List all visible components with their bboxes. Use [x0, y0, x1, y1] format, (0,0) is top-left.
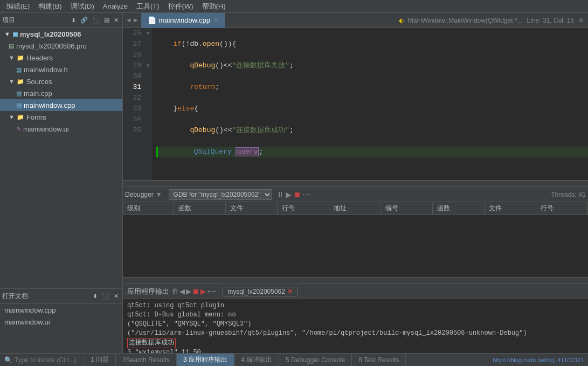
- open-doc-mainwindow-ui[interactable]: mainwindow.ui: [0, 316, 122, 328]
- sync-icon[interactable]: ⬛: [91, 16, 101, 25]
- line-num-28: 28: [126, 50, 141, 60]
- debugger-hscroll[interactable]: [123, 277, 588, 284]
- app-output-tab[interactable]: mysql_lx202005062 ✕: [223, 287, 298, 296]
- bottom-tabbar: 🔍 1 问题 2 Search Results 3 应用程序输出 4 编译输出 …: [0, 353, 588, 366]
- tree-item-headers[interactable]: ▼ 📁 Headers: [0, 52, 122, 64]
- mainwindow-h-label: mainwindow.h: [24, 66, 68, 74]
- tree-item-mainwindow-h[interactable]: ▤ mainwindow.h: [0, 64, 122, 75]
- right-panel: ◀ ▶ 📄 mainwindow.cpp ✕ ⬖ MainWindow::Mai…: [123, 13, 588, 353]
- debugger-stop-icon[interactable]: ⏹: [293, 190, 301, 199]
- bottom-tab-1-label: 1 问题: [91, 355, 109, 364]
- list-icon[interactable]: ▤: [102, 16, 111, 25]
- app-output-next-icon[interactable]: ▶: [186, 287, 191, 295]
- app-output-section: 应用程序输出 🗑 ◀ ▶ ⏹ ▶ + − mysql_lx202005062 ✕…: [123, 284, 588, 353]
- app-output-tab-close[interactable]: ✕: [287, 288, 293, 295]
- editor-hscroll[interactable]: [123, 180, 588, 187]
- menu-item-analyze[interactable]: Analyze: [99, 0, 132, 12]
- sources-folder-icon: 📁: [17, 78, 24, 85]
- project-panel-toolbar: 项目 ⬇ 🔗 ⬛ ▤ ✕: [0, 13, 122, 28]
- root-fold-icon: ▼: [4, 31, 10, 37]
- csdn-link-text: https://blog.csdn.net/qq_41102371: [493, 357, 584, 363]
- tree-item-sources[interactable]: ▼ 📁 Sources: [0, 75, 122, 87]
- line-num-33: 33: [126, 103, 141, 114]
- mainwindow-ui-label: mainwindow.ui: [23, 125, 69, 133]
- bottom-tab-search-results[interactable]: 2 Search Results: [116, 354, 177, 366]
- threads-label: Threads:: [551, 191, 576, 198]
- editor-tab-mainwindow-cpp[interactable]: 📄 mainwindow.cpp ✕: [141, 13, 225, 28]
- filter-icon[interactable]: ⬇: [70, 16, 78, 25]
- tab-icon: 📄: [148, 16, 156, 24]
- fold-29[interactable]: ▼: [144, 60, 152, 71]
- code-line-28: return;: [156, 82, 588, 93]
- debugger-title: Debugger: [125, 191, 154, 198]
- code-line-30: qDebug()<<"连接数据库成功";: [156, 125, 588, 136]
- position-info: Line: 31, Col: 15: [527, 17, 574, 24]
- output-line-6: 3 "wxiemysql" 11 50: [127, 348, 584, 353]
- menu-item-debug[interactable]: 调试(D): [66, 0, 99, 12]
- close-editor-icon[interactable]: ✕: [578, 17, 584, 24]
- app-output-clear-icon[interactable]: 🗑: [171, 287, 178, 295]
- tree-item-mainwindow-cpp[interactable]: ▤ mainwindow.cpp: [0, 99, 122, 111]
- close-panel-icon[interactable]: ✕: [112, 16, 120, 25]
- app-output-content: qt5ct: using qt5ct plugin qt5ct: D-Bus g…: [123, 299, 588, 353]
- mainwindow-cpp-label: mainwindow.cpp: [24, 101, 75, 109]
- bottom-tab-debugger-console[interactable]: 5 Debugger Console: [279, 354, 352, 366]
- menu-item-tools[interactable]: 工具(T): [132, 0, 164, 12]
- tree-item-forms[interactable]: ▼ 📁 Forms: [0, 111, 122, 123]
- line-numbers: 26 27 28 29 30 31 32 33 34 35: [123, 28, 144, 180]
- debugger-play-icon[interactable]: ▶: [286, 190, 292, 199]
- code-line-32: [156, 168, 588, 179]
- search-input[interactable]: [15, 356, 79, 364]
- bottom-tab-compile-output[interactable]: 4 编译输出: [234, 354, 279, 366]
- debugger-step-icon[interactable]: ⏸: [276, 190, 284, 199]
- mainwindow-cpp-icon: ▤: [16, 102, 22, 109]
- open-doc-mainwindow-cpp[interactable]: mainwindow.cpp: [0, 304, 122, 316]
- file-tree: ▼ ▣ mysql_lx20200506 ▤ mysql_lx20200506.…: [0, 28, 122, 288]
- editor-right-info: ⬖ MainWindow::MainWindow(QWidget *... Li…: [399, 17, 588, 24]
- open-docs-split-icon[interactable]: ⬛: [100, 292, 111, 301]
- open-docs-close-icon[interactable]: ✕: [112, 292, 120, 301]
- debugger-dropdown-arrow[interactable]: ▼: [156, 191, 162, 198]
- menu-item-controls[interactable]: 控件(W): [164, 0, 198, 12]
- bottom-tab-app-output[interactable]: 3 应用程序输出: [177, 354, 234, 366]
- debugger-more-icon[interactable]: ⋯: [302, 190, 310, 199]
- app-output-toolbar-icons: 🗑 ◀ ▶ ⏹ ▶ + −: [171, 287, 216, 295]
- app-output-minus-icon[interactable]: −: [212, 287, 217, 295]
- tree-item-mainwindow-ui[interactable]: ✎ mainwindow.ui: [0, 123, 122, 135]
- menu-item-build[interactable]: 构建(B): [34, 0, 66, 12]
- debugger-toolbar: Debugger ▼ GDB for "mysql_lx202005062" ⏸…: [123, 187, 588, 202]
- bottom-tab-8-label: 8 Test Results: [358, 356, 399, 364]
- app-output-prev-icon[interactable]: ◀: [179, 287, 185, 295]
- bottom-tab-issues[interactable]: 1 问题: [84, 354, 116, 366]
- app-output-add-icon[interactable]: +: [207, 287, 211, 295]
- open-docs-filter-icon[interactable]: ⬇: [91, 292, 99, 301]
- tab-label: mainwindow.cpp: [158, 16, 210, 24]
- app-output-run-icon[interactable]: ▶: [200, 287, 206, 295]
- headers-folder-icon: 📁: [17, 54, 24, 61]
- link-icon[interactable]: 🔗: [79, 16, 89, 25]
- csdn-link[interactable]: https://blog.csdn.net/qq_41102371: [488, 357, 588, 363]
- debugger-gdb-select[interactable]: GDB for "mysql_lx202005062": [169, 189, 272, 200]
- main-cpp-icon: ▤: [16, 90, 22, 97]
- menu-item-help[interactable]: 帮助(H): [198, 0, 230, 12]
- code-content[interactable]: if(!db.open()){ qDebug()<<"连接数据库失败"; ret…: [152, 28, 588, 180]
- tree-item-pro[interactable]: ▤ mysql_lx20200506.pro: [0, 40, 122, 52]
- tree-item-main-cpp[interactable]: ▤ main.cpp: [0, 87, 122, 99]
- breadcrumb: MainWindow::MainWindow(QWidget *...: [408, 17, 523, 24]
- bottom-tab-test-results[interactable]: 8 Test Results: [352, 354, 406, 366]
- fold-26[interactable]: ▼: [144, 28, 152, 39]
- debugger-right-info: Threads: #1: [551, 191, 586, 198]
- app-output-stop-icon[interactable]: ⏹: [192, 287, 199, 295]
- tab-close-icon[interactable]: ✕: [213, 17, 218, 24]
- col-file-r: 文件: [485, 202, 536, 215]
- menubar: 编辑(E) 构建(B) 调试(D) Analyze 工具(T) 控件(W) 帮助…: [0, 0, 588, 13]
- tab-nav-right[interactable]: ▶: [132, 16, 139, 24]
- col-line-r: 行号: [536, 202, 587, 215]
- root-label: mysql_lx20200506: [20, 30, 81, 38]
- app-output-tab-label: mysql_lx202005062: [227, 288, 285, 295]
- project-panel-title: 项目: [2, 16, 15, 25]
- menu-item-edit[interactable]: 编辑(E): [2, 0, 34, 12]
- app-output-toolbar: 应用程序输出 🗑 ◀ ▶ ⏹ ▶ + − mysql_lx202005062 ✕: [123, 284, 588, 299]
- tab-nav-left[interactable]: ◀: [125, 16, 132, 24]
- tree-item-root[interactable]: ▼ ▣ mysql_lx20200506: [0, 28, 122, 40]
